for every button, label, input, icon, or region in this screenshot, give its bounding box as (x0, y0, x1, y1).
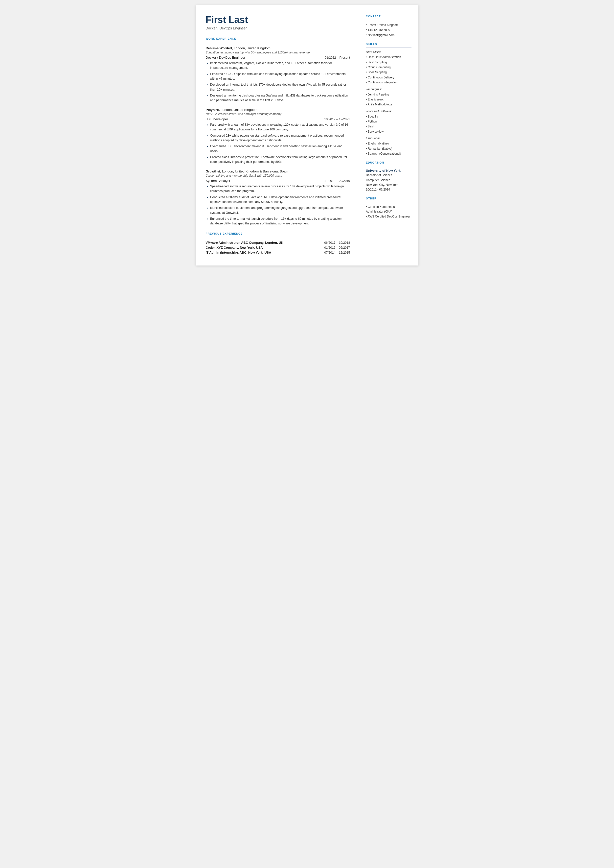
prev-exp-2-label: Coder, XYZ Company, New York, USA (206, 246, 263, 249)
edu-degree: Bachelor of Science (366, 173, 411, 178)
contact-item-2: +44 1234567890 (366, 28, 411, 33)
technique-3: Agile Methodology (366, 102, 411, 107)
prev-exp-2-rest: XYZ Company, New York, USA (216, 246, 263, 249)
job-3-dates: 11/2018 – 09/2019 (324, 179, 350, 183)
job-2-row: JDE Developer 10/2019 – 12/2021 (206, 117, 350, 121)
prev-exp-row-3: IT Admin (Internship), ABC, New York, US… (206, 251, 350, 255)
employer-2-name-line: Polyhire, London, United Kingdom (206, 107, 350, 112)
edu-dates: 10/2011 - 06/2014 (366, 187, 411, 192)
skills-section: SKILLS Hard Skills: Unix/Linux Administr… (366, 43, 411, 156)
other-section: OTHER Certified Kubernetes Administrator… (366, 197, 411, 219)
job-2-title: JDE Developer (206, 117, 228, 121)
contact-item-3: first.last@gmail.com (366, 33, 411, 37)
contact-section: CONTACT Essex, United Kingdom +44 123456… (366, 15, 411, 37)
language-2: Romanian (Native) (366, 146, 411, 151)
edu-field: Computer Science (366, 178, 411, 183)
job-block-2: Polyhire, London, United Kingdom NYSE-li… (206, 107, 350, 165)
job-1-title: Docker / DevOps Engineer (206, 56, 245, 59)
job-1-dates: 01/2022 – Present (325, 56, 350, 59)
hard-skill-3: Cloud Computing (366, 65, 411, 70)
employer-3-tagline: Career training and membership SaaS with… (206, 174, 350, 177)
employer-1-name: Resume Worded, (206, 46, 233, 50)
education-title: EDUCATION (366, 161, 411, 164)
bullet-item: Partnered with a team of 33+ developers … (210, 123, 350, 132)
prev-exp-row-2: Coder, XYZ Company, New York, USA 01/201… (206, 246, 350, 249)
skills-title: SKILLS (366, 43, 411, 45)
prev-exp-1-dates: 06/2017 – 10/2018 (324, 241, 350, 244)
bullet-item: Developed an internal tool that lets 170… (210, 82, 350, 92)
edu-location: New York City, New York (366, 183, 411, 187)
employer-1-tagline: Education technology startup with 50+ em… (206, 51, 350, 54)
previous-experience-heading: PREVIOUS EXPERIENCE (206, 232, 350, 235)
job-block-3: Growthsi, London, United Kingdom & Barce… (206, 169, 350, 226)
work-experience-heading: WORK EXPERIENCE (206, 37, 350, 40)
job-1-bullets: Implemented Terraform, Vagrant, Docker, … (206, 61, 350, 103)
other-item-1: Certified Kubernetes Administrator (CKA) (366, 205, 411, 214)
bullet-item: Implemented Terraform, Vagrant, Docker, … (210, 61, 350, 70)
employer-3-name: Growthsi, (206, 169, 221, 173)
bullet-item: Composed 23+ white papers on standard so… (210, 134, 350, 143)
hard-skill-6: Continuous Integration (366, 80, 411, 85)
work-experience-divider (206, 42, 350, 42)
bullet-item: Spearheaded software requirements review… (210, 184, 350, 194)
employer-2-tagline: NYSE-listed recruitment and employer bra… (206, 112, 350, 116)
left-column: First Last Docker / DevOps Engineer WORK… (196, 5, 359, 266)
prev-exp-3-label: IT Admin (Internship), ABC, New York, US… (206, 251, 271, 255)
job-3-row: Systems Analyst 11/2018 – 09/2019 (206, 179, 350, 183)
bullet-item: Conducted a 30-day audit of Java and .NE… (210, 195, 350, 205)
prev-exp-1-label: VMware Administrator, ABC Company, Londo… (206, 241, 284, 244)
prev-exp-3-bold: IT Admin (Internship), (206, 251, 239, 255)
prev-exp-2-bold: Coder, (206, 246, 216, 249)
language-1: English (Native) (366, 141, 411, 146)
job-2-bullets: Partnered with a team of 33+ developers … (206, 123, 350, 165)
edu-school: University of New York (366, 169, 411, 172)
education-divider (366, 166, 411, 166)
techniques-label: Techniques: (366, 88, 411, 91)
other-item-2: AWS Certified DevOps Engineer (366, 214, 411, 219)
contact-item-1: Essex, United Kingdom (366, 23, 411, 28)
tool-2: Python (366, 119, 411, 124)
prev-exp-2-dates: 01/2016 – 05/2017 (324, 246, 350, 249)
technique-2: Elasticsearch (366, 97, 411, 102)
prev-exp-3-rest: ABC, New York, USA (239, 251, 271, 255)
hard-skills-label: Hard Skills: (366, 50, 411, 54)
contact-title: CONTACT (366, 15, 411, 18)
bullet-item: Designed a monitoring dashboard using Gr… (210, 93, 350, 103)
prev-exp-row-1: VMware Administrator, ABC Company, Londo… (206, 241, 350, 244)
resume-container: First Last Docker / DevOps Engineer WORK… (196, 5, 419, 266)
hard-skill-2: Bash Scripting (366, 60, 411, 65)
bullet-item: Executed a CI/CD pipeline with Jenkins f… (210, 72, 350, 81)
tool-4: ServiceNow (366, 129, 411, 134)
hard-skill-1: Unix/Linux Administration (366, 55, 411, 60)
languages-label: Languages: (366, 137, 411, 140)
employer-3-location: London, United Kingdom & Barcelona, Spai… (221, 169, 288, 173)
job-2-dates: 10/2019 – 12/2021 (324, 118, 350, 121)
prev-exp-3-dates: 07/2014 – 12/2015 (324, 251, 350, 255)
job-3-bullets: Spearheaded software requirements review… (206, 184, 350, 226)
employer-1-location: London, United Kingdom (233, 46, 271, 50)
language-3: Spanish (Conversational) (366, 151, 411, 156)
education-section: EDUCATION University of New York Bachelo… (366, 161, 411, 192)
tool-1: Bugzilla (366, 114, 411, 119)
bullet-item: Overhauled JDE environment making it use… (210, 144, 350, 154)
candidate-title: Docker / DevOps Engineer (206, 26, 350, 30)
employer-1-name-line: Resume Worded, London, United Kingdom (206, 46, 350, 50)
technique-1: Jenkins Pipeline (366, 92, 411, 97)
other-title: OTHER (366, 197, 411, 200)
hard-skill-4: Shell Scripting (366, 70, 411, 75)
job-1-row: Docker / DevOps Engineer 01/2022 – Prese… (206, 56, 350, 59)
job-3-title: Systems Analyst (206, 179, 230, 183)
bullet-item: Created class libraries to protect 320+ … (210, 155, 350, 165)
contact-divider (366, 20, 411, 20)
bullet-item: Enhanced the time-to-market launch sched… (210, 216, 350, 226)
candidate-name: First Last (206, 15, 350, 25)
employer-2-name: Polyhire, (206, 108, 220, 112)
hard-skill-5: Continuous Delivery (366, 75, 411, 80)
prev-exp-1-bold: VMware Administrator, (206, 241, 240, 244)
prev-exp-1-rest: ABC Company, London, UK (240, 241, 284, 244)
bullet-item: Identified obsolete equipment and progra… (210, 206, 350, 215)
employer-2-location: London, United Kingdom (220, 108, 257, 112)
tools-label: Tools and Software: (366, 110, 411, 113)
job-block-1: Resume Worded, London, United Kingdom Ed… (206, 46, 350, 103)
employer-3-name-line: Growthsi, London, United Kingdom & Barce… (206, 169, 350, 174)
